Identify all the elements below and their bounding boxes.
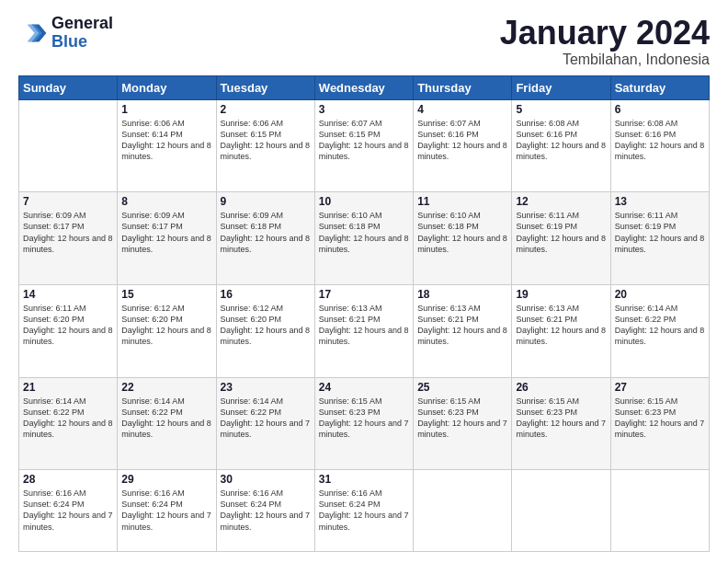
calendar-cell: 28 Sunrise: 6:16 AM Sunset: 6:24 PM Dayl… (19, 470, 118, 552)
day-info: Sunrise: 6:12 AM Sunset: 6:20 PM Dayligh… (221, 303, 311, 348)
day-number: 30 (221, 473, 311, 486)
calendar-cell: 7 Sunrise: 6:09 AM Sunset: 6:17 PM Dayli… (19, 192, 118, 285)
weekday-header: Thursday (414, 75, 512, 99)
day-number: 8 (121, 195, 211, 208)
calendar-cell: 4 Sunrise: 6:07 AM Sunset: 6:16 PM Dayli… (414, 99, 512, 192)
calendar-cell: 24 Sunrise: 6:15 AM Sunset: 6:23 PM Dayl… (314, 377, 413, 470)
sunrise-label: Sunrise: 6:07 AM (417, 119, 481, 128)
day-number: 7 (23, 195, 113, 208)
day-info: Sunrise: 6:09 AM Sunset: 6:17 PM Dayligh… (23, 210, 113, 255)
main-title: January 2024 (500, 15, 710, 52)
daylight-label: Daylight: 12 hours and 7 minutes. (23, 511, 113, 531)
day-number: 3 (319, 103, 409, 116)
sunrise-label: Sunrise: 6:06 AM (221, 119, 284, 128)
daylight-label: Daylight: 12 hours and 7 minutes. (221, 419, 311, 439)
sunrise-label: Sunrise: 6:15 AM (615, 396, 678, 406)
calendar-week-row: 14 Sunrise: 6:11 AM Sunset: 6:20 PM Dayl… (19, 284, 710, 377)
day-number: 16 (221, 288, 311, 301)
sunset-label: Sunset: 6:15 PM (221, 130, 282, 139)
calendar-cell: 8 Sunrise: 6:09 AM Sunset: 6:17 PM Dayli… (118, 192, 216, 285)
sunrise-label: Sunrise: 6:11 AM (516, 211, 579, 220)
sunrise-label: Sunrise: 6:14 AM (23, 396, 86, 406)
day-number: 2 (221, 103, 311, 116)
day-number: 28 (23, 473, 113, 486)
sunset-label: Sunset: 6:22 PM (615, 315, 677, 324)
daylight-label: Daylight: 12 hours and 8 minutes. (23, 419, 113, 439)
day-number: 26 (516, 381, 606, 394)
calendar-cell (414, 470, 512, 552)
calendar-cell: 1 Sunrise: 6:06 AM Sunset: 6:14 PM Dayli… (118, 99, 216, 192)
sunrise-label: Sunrise: 6:11 AM (23, 304, 86, 313)
sunrise-label: Sunrise: 6:12 AM (221, 304, 284, 313)
day-info: Sunrise: 6:06 AM Sunset: 6:15 PM Dayligh… (221, 118, 311, 163)
sunset-label: Sunset: 6:22 PM (23, 408, 85, 417)
day-number: 6 (615, 103, 705, 116)
calendar-week-row: 28 Sunrise: 6:16 AM Sunset: 6:24 PM Dayl… (19, 470, 710, 552)
day-number: 17 (319, 288, 409, 301)
weekday-header: Sunday (19, 75, 118, 99)
sunrise-label: Sunrise: 6:14 AM (615, 304, 678, 313)
sunset-label: Sunset: 6:20 PM (23, 315, 85, 324)
sunset-label: Sunset: 6:24 PM (221, 500, 282, 509)
calendar-cell: 3 Sunrise: 6:07 AM Sunset: 6:15 PM Dayli… (314, 99, 413, 192)
day-info: Sunrise: 6:16 AM Sunset: 6:24 PM Dayligh… (221, 488, 311, 533)
sunset-label: Sunset: 6:18 PM (319, 222, 381, 231)
day-info: Sunrise: 6:15 AM Sunset: 6:23 PM Dayligh… (516, 396, 606, 441)
daylight-label: Daylight: 12 hours and 8 minutes. (221, 234, 311, 254)
daylight-label: Daylight: 12 hours and 8 minutes. (615, 326, 705, 346)
day-info: Sunrise: 6:08 AM Sunset: 6:16 PM Dayligh… (516, 118, 606, 163)
day-number: 12 (516, 195, 606, 208)
sunset-label: Sunset: 6:14 PM (121, 130, 183, 139)
weekday-header: Tuesday (216, 75, 314, 99)
daylight-label: Daylight: 12 hours and 7 minutes. (319, 419, 409, 439)
day-info: Sunrise: 6:16 AM Sunset: 6:24 PM Dayligh… (23, 488, 113, 533)
sunrise-label: Sunrise: 6:07 AM (319, 119, 382, 128)
daylight-label: Daylight: 12 hours and 7 minutes. (121, 511, 211, 531)
day-info: Sunrise: 6:14 AM Sunset: 6:22 PM Dayligh… (221, 396, 311, 441)
sunset-label: Sunset: 6:17 PM (23, 222, 85, 231)
calendar-cell: 14 Sunrise: 6:11 AM Sunset: 6:20 PM Dayl… (19, 284, 118, 377)
sunrise-label: Sunrise: 6:16 AM (23, 488, 86, 498)
day-number: 18 (417, 288, 507, 301)
sunset-label: Sunset: 6:15 PM (319, 130, 381, 139)
sunrise-label: Sunrise: 6:09 AM (121, 211, 185, 220)
calendar-table: SundayMondayTuesdayWednesdayThursdayFrid… (18, 75, 710, 552)
daylight-label: Daylight: 12 hours and 8 minutes. (417, 234, 507, 254)
weekday-header: Wednesday (314, 75, 413, 99)
calendar-cell: 31 Sunrise: 6:16 AM Sunset: 6:24 PM Dayl… (314, 470, 413, 552)
day-info: Sunrise: 6:16 AM Sunset: 6:24 PM Dayligh… (319, 488, 409, 533)
day-info: Sunrise: 6:10 AM Sunset: 6:18 PM Dayligh… (417, 210, 507, 255)
daylight-label: Daylight: 12 hours and 8 minutes. (221, 326, 311, 346)
sunset-label: Sunset: 6:22 PM (121, 408, 183, 417)
daylight-label: Daylight: 12 hours and 8 minutes. (516, 141, 606, 161)
day-number: 27 (615, 381, 705, 394)
sunset-label: Sunset: 6:20 PM (121, 315, 183, 324)
daylight-label: Daylight: 12 hours and 8 minutes. (121, 419, 211, 439)
sunset-label: Sunset: 6:20 PM (221, 315, 282, 324)
daylight-label: Daylight: 12 hours and 8 minutes. (121, 141, 211, 161)
calendar-cell: 9 Sunrise: 6:09 AM Sunset: 6:18 PM Dayli… (216, 192, 314, 285)
sunrise-label: Sunrise: 6:10 AM (417, 211, 481, 220)
day-info: Sunrise: 6:14 AM Sunset: 6:22 PM Dayligh… (121, 396, 211, 441)
calendar-cell: 13 Sunrise: 6:11 AM Sunset: 6:19 PM Dayl… (610, 192, 709, 285)
day-info: Sunrise: 6:13 AM Sunset: 6:21 PM Dayligh… (516, 303, 606, 348)
day-info: Sunrise: 6:06 AM Sunset: 6:14 PM Dayligh… (121, 118, 211, 163)
calendar-cell: 27 Sunrise: 6:15 AM Sunset: 6:23 PM Dayl… (610, 377, 709, 470)
sunrise-label: Sunrise: 6:14 AM (221, 396, 284, 406)
daylight-label: Daylight: 12 hours and 8 minutes. (121, 234, 211, 254)
calendar-week-row: 21 Sunrise: 6:14 AM Sunset: 6:22 PM Dayl… (19, 377, 710, 470)
sunset-label: Sunset: 6:23 PM (615, 408, 677, 417)
day-info: Sunrise: 6:11 AM Sunset: 6:20 PM Dayligh… (23, 303, 113, 348)
sunrise-label: Sunrise: 6:13 AM (319, 304, 382, 313)
sunset-label: Sunset: 6:24 PM (319, 500, 381, 509)
calendar-cell: 20 Sunrise: 6:14 AM Sunset: 6:22 PM Dayl… (610, 284, 709, 377)
sunset-label: Sunset: 6:21 PM (417, 315, 479, 324)
day-number: 31 (319, 473, 409, 486)
day-number: 22 (121, 381, 211, 394)
daylight-label: Daylight: 12 hours and 8 minutes. (615, 234, 705, 254)
sunset-label: Sunset: 6:16 PM (516, 130, 577, 139)
logo: General Blue (18, 15, 113, 52)
calendar-cell: 12 Sunrise: 6:11 AM Sunset: 6:19 PM Dayl… (512, 192, 610, 285)
subtitle: Tembilahan, Indonesia (500, 52, 710, 68)
sunset-label: Sunset: 6:16 PM (417, 130, 479, 139)
